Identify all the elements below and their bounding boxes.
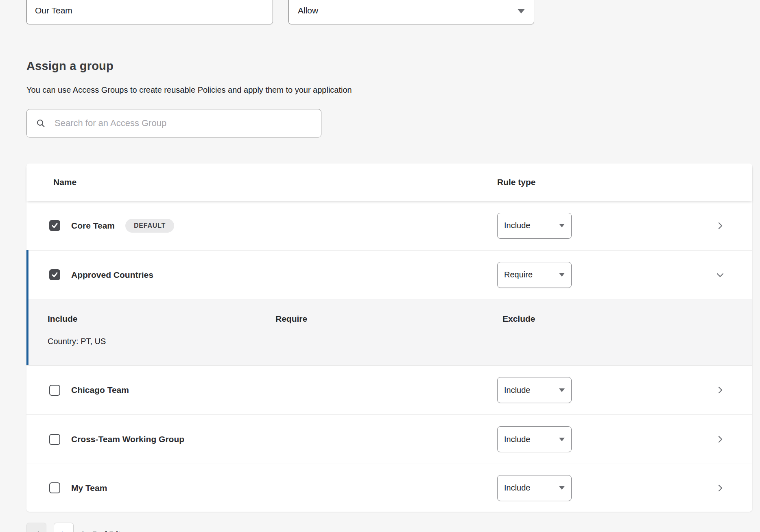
table-row: Cross-Team Working Group Include — [26, 414, 752, 464]
expand-row-button[interactable] — [714, 482, 726, 494]
chevron-down-icon — [559, 388, 565, 392]
group-name: Cross-Team Working Group — [71, 434, 184, 444]
group-name: My Team — [71, 483, 107, 493]
group-detail-panel: Include Require Exclude Country: PT, US — [26, 299, 752, 365]
next-page-button[interactable] — [54, 523, 74, 532]
chevron-down-icon — [716, 271, 724, 279]
check-icon — [51, 271, 58, 278]
policy-name-field[interactable] — [26, 0, 273, 24]
access-policy-page: Allow Assign a group You can use Access … — [0, 0, 760, 532]
rule-type-select[interactable]: Require — [497, 262, 572, 288]
row-checkbox[interactable] — [49, 220, 60, 231]
rule-type-select[interactable]: Include — [497, 475, 572, 501]
rule-type-value: Include — [504, 221, 531, 230]
chevron-down-icon — [559, 224, 565, 227]
chevron-right-icon — [716, 435, 724, 443]
access-group-search[interactable] — [26, 109, 321, 137]
table-row: My Team Include — [26, 464, 752, 512]
table-row: Chicago Team Include — [26, 365, 752, 414]
rule-type-value: Include — [504, 386, 531, 395]
policy-name-input[interactable] — [35, 6, 264, 15]
collapse-row-button[interactable] — [714, 269, 726, 281]
expand-row-button[interactable] — [714, 433, 726, 445]
group-name: Core Team — [71, 221, 115, 231]
rule-type-value: Include — [504, 483, 531, 493]
check-icon — [51, 222, 58, 229]
row-checkbox[interactable] — [49, 269, 60, 280]
pagination-summary: 1 - 5 of 5 items — [81, 530, 137, 532]
detail-exclude-header: Exclude — [502, 314, 535, 324]
row-checkbox[interactable] — [49, 385, 60, 396]
action-select[interactable]: Allow — [288, 0, 534, 24]
rule-type-value: Include — [504, 435, 531, 444]
chevron-down-icon — [559, 486, 565, 490]
rule-type-select[interactable]: Include — [497, 377, 572, 403]
section-description: You can use Access Groups to create reus… — [26, 85, 352, 95]
expand-row-button[interactable] — [714, 220, 726, 232]
rule-type-value: Require — [504, 270, 533, 279]
table-row: Core Team DEFAULT Include — [26, 201, 752, 250]
page-title: Assign a group — [26, 59, 114, 73]
row-checkbox[interactable] — [49, 434, 60, 445]
selected-row-accent — [26, 250, 28, 365]
detail-include-value: Country: PT, US — [48, 337, 106, 346]
table-header: Name Rule type — [26, 164, 752, 201]
group-name: Approved Countries — [71, 270, 153, 280]
chevron-down-icon — [559, 438, 565, 441]
rule-type-select[interactable]: Include — [497, 426, 572, 452]
rule-type-select[interactable]: Include — [497, 213, 572, 239]
access-groups-table: Name Rule type Core Team DEFAULT Include — [26, 164, 752, 512]
expand-row-button[interactable] — [714, 384, 726, 396]
chevron-right-icon — [716, 222, 724, 230]
action-select-value: Allow — [298, 6, 318, 15]
search-icon — [36, 118, 46, 128]
previous-page-button[interactable] — [26, 523, 46, 532]
chevron-right-icon — [716, 386, 724, 394]
column-header-rule-type: Rule type — [497, 177, 536, 187]
search-input[interactable] — [55, 118, 314, 129]
default-badge: DEFAULT — [125, 219, 174, 233]
detail-require-header: Require — [275, 314, 307, 324]
chevron-down-icon — [518, 9, 525, 13]
table-row-selected: Approved Countries Require — [26, 250, 752, 299]
row-checkbox[interactable] — [49, 482, 60, 493]
group-name: Chicago Team — [71, 385, 129, 395]
pagination: 1 - 5 of 5 items — [26, 523, 137, 532]
chevron-down-icon — [559, 273, 565, 277]
chevron-right-icon — [716, 484, 724, 492]
column-header-name: Name — [53, 177, 76, 187]
detail-include-header: Include — [48, 314, 78, 324]
